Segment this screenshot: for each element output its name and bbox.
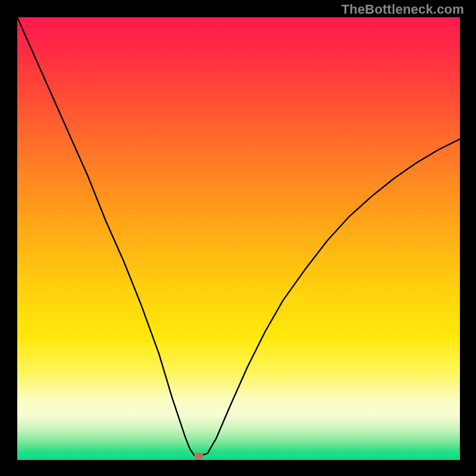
plot-area (17, 17, 460, 460)
optimal-point-marker (195, 452, 203, 459)
bottleneck-curve (17, 17, 460, 460)
chart-frame: TheBottleneck.com (0, 0, 476, 476)
watermark-text: TheBottleneck.com (342, 2, 464, 17)
